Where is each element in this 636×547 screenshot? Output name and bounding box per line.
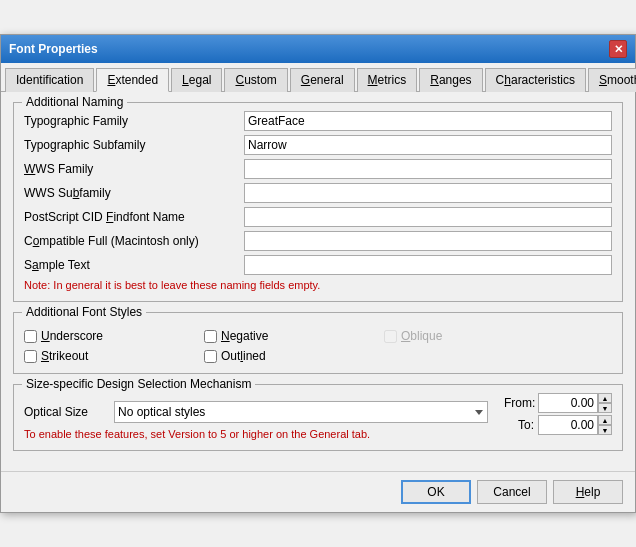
tab-bar: Identification Extended Legal Custom Gen… xyxy=(1,63,635,92)
oblique-item: Oblique xyxy=(384,329,534,343)
checkboxes-container: Underscore Negative Oblique Strikeout Ou… xyxy=(24,329,612,363)
from-label: From: xyxy=(504,396,534,410)
sample-text-row: Sample Text xyxy=(24,255,612,275)
to-spinner: ▲ ▼ xyxy=(538,415,612,435)
design-group: Size-specific Design Selection Mechanism… xyxy=(13,384,623,451)
underscore-checkbox[interactable] xyxy=(24,330,37,343)
tab-ranges[interactable]: Ranges xyxy=(419,68,482,92)
from-increment-button[interactable]: ▲ xyxy=(598,393,612,403)
optical-size-row: Optical Size No optical styles xyxy=(24,401,488,423)
font-styles-label: Additional Font Styles xyxy=(22,305,146,319)
underscore-label: Underscore xyxy=(41,329,103,343)
design-group-label: Size-specific Design Selection Mechanism xyxy=(22,377,255,391)
underscore-item: Underscore xyxy=(24,329,174,343)
tab-identification[interactable]: Identification xyxy=(5,68,94,92)
close-button[interactable]: ✕ xyxy=(609,40,627,58)
negative-label: Negative xyxy=(221,329,268,343)
naming-note: Note: In general it is best to leave the… xyxy=(24,279,612,291)
optical-left: Optical Size No optical styles To enable… xyxy=(24,393,488,440)
optical-size-select[interactable]: No optical styles xyxy=(114,401,488,423)
strikeout-item: Strikeout xyxy=(24,349,174,363)
to-increment-button[interactable]: ▲ xyxy=(598,415,612,425)
tab-general[interactable]: General xyxy=(290,68,355,92)
wws-subfamily-label: WWS Subfamily xyxy=(24,186,244,200)
help-button[interactable]: Help xyxy=(553,480,623,504)
wws-family-input[interactable] xyxy=(244,159,612,179)
cancel-button[interactable]: Cancel xyxy=(477,480,547,504)
to-spinner-buttons: ▲ ▼ xyxy=(598,415,612,435)
window-title: Font Properties xyxy=(9,42,98,56)
to-value-input[interactable] xyxy=(538,415,598,435)
from-value-input[interactable] xyxy=(538,393,598,413)
font-styles-group: Additional Font Styles Underscore Negati… xyxy=(13,312,623,374)
to-label: To: xyxy=(504,418,534,432)
tab-characteristics[interactable]: Characteristics xyxy=(485,68,586,92)
typographic-family-row: Typographic Family xyxy=(24,111,612,131)
ok-button[interactable]: OK xyxy=(401,480,471,504)
title-bar: Font Properties ✕ xyxy=(1,35,635,63)
tab-smoothing[interactable]: Smoothing xyxy=(588,68,636,92)
outlined-checkbox[interactable] xyxy=(204,350,217,363)
from-row: From: ▲ ▼ xyxy=(504,393,612,413)
from-spinner: ▲ ▼ xyxy=(538,393,612,413)
typographic-subfamily-label: Typographic Subfamily xyxy=(24,138,244,152)
wws-subfamily-row: WWS Subfamily xyxy=(24,183,612,203)
from-to-area: From: ▲ ▼ To: xyxy=(504,393,612,435)
postscript-cid-row: PostScript CID Findfont Name xyxy=(24,207,612,227)
strikeout-label: Strikeout xyxy=(41,349,88,363)
font-properties-window: Font Properties ✕ Identification Extende… xyxy=(0,34,636,513)
outlined-item: Outlined xyxy=(204,349,354,363)
tab-extended[interactable]: Extended xyxy=(96,68,169,92)
oblique-label: Oblique xyxy=(401,329,442,343)
wws-subfamily-input[interactable] xyxy=(244,183,612,203)
outlined-label: Outlined xyxy=(221,349,266,363)
naming-group-label: Additional Naming xyxy=(22,95,127,109)
wws-family-label: WWS Family xyxy=(24,162,244,176)
typographic-family-input[interactable] xyxy=(244,111,612,131)
optical-main: Optical Size No optical styles To enable… xyxy=(24,393,612,440)
compatible-full-label: Compatible Full (Macintosh only) xyxy=(24,234,244,248)
from-spinner-buttons: ▲ ▼ xyxy=(598,393,612,413)
typographic-subfamily-row: Typographic Subfamily xyxy=(24,135,612,155)
typographic-family-label: Typographic Family xyxy=(24,114,244,128)
to-row: To: ▲ ▼ xyxy=(504,415,612,435)
bottom-bar: OK Cancel Help xyxy=(1,471,635,512)
content-area: Additional Naming Typographic Family Typ… xyxy=(1,92,635,471)
sample-text-input[interactable] xyxy=(244,255,612,275)
negative-item: Negative xyxy=(204,329,354,343)
strikeout-checkbox[interactable] xyxy=(24,350,37,363)
typographic-subfamily-input[interactable] xyxy=(244,135,612,155)
tab-custom[interactable]: Custom xyxy=(224,68,287,92)
wws-family-row: WWS Family xyxy=(24,159,612,179)
postscript-cid-input[interactable] xyxy=(244,207,612,227)
naming-group: Additional Naming Typographic Family Typ… xyxy=(13,102,623,302)
postscript-cid-label: PostScript CID Findfont Name xyxy=(24,210,244,224)
sample-text-label: Sample Text xyxy=(24,258,244,272)
tab-metrics[interactable]: Metrics xyxy=(357,68,418,92)
compatible-full-row: Compatible Full (Macintosh only) xyxy=(24,231,612,251)
optical-size-label: Optical Size xyxy=(24,405,114,419)
oblique-checkbox xyxy=(384,330,397,343)
tab-legal[interactable]: Legal xyxy=(171,68,222,92)
from-decrement-button[interactable]: ▼ xyxy=(598,403,612,413)
compatible-full-input[interactable] xyxy=(244,231,612,251)
to-decrement-button[interactable]: ▼ xyxy=(598,425,612,435)
design-note: To enable these features, set Version to… xyxy=(24,428,488,440)
negative-checkbox[interactable] xyxy=(204,330,217,343)
